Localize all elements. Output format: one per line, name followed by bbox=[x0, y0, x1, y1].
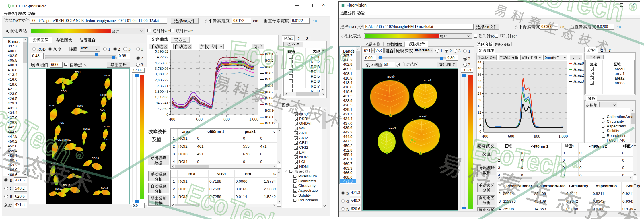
svg-text:ROI14: ROI14 bbox=[92, 157, 99, 160]
svg-text:ROI19: ROI19 bbox=[55, 187, 62, 190]
svg-text:4,253.58: 4,253.58 bbox=[155, 61, 169, 65]
svg-text:ROI10: ROI10 bbox=[83, 127, 90, 130]
svg-text:ROI4: ROI4 bbox=[100, 94, 106, 96]
svg-text:20: 20 bbox=[478, 98, 482, 102]
svg-text:5,198.82: 5,198.82 bbox=[155, 49, 168, 53]
svg-text:600: 600 bbox=[196, 117, 203, 121]
svg-text:ROI2: ROI2 bbox=[104, 74, 110, 77]
svg-text:945.241: 945.241 bbox=[156, 101, 168, 105]
svg-text:472.62: 472.62 bbox=[158, 106, 168, 111]
svg-text:ROI7: ROI7 bbox=[100, 108, 106, 111]
svg-text:44: 44 bbox=[478, 60, 482, 64]
svg-text:ROI3: ROI3 bbox=[61, 90, 67, 93]
svg-text:1,890.48: 1,890.48 bbox=[155, 89, 169, 94]
svg-text:2,835.72: 2,835.72 bbox=[155, 78, 168, 82]
svg-text:4: 4 bbox=[479, 123, 481, 127]
svg-text:ROI13: ROI13 bbox=[56, 138, 63, 141]
svg-text:28: 28 bbox=[478, 85, 482, 89]
svg-text:ROI18: ROI18 bbox=[101, 186, 108, 189]
svg-text:1,000: 1,000 bbox=[249, 117, 259, 121]
svg-text:ROI1: ROI1 bbox=[75, 71, 81, 74]
svg-text:12: 12 bbox=[478, 110, 482, 115]
svg-text:400: 400 bbox=[482, 134, 488, 139]
svg-text:ROI5: ROI5 bbox=[49, 104, 55, 107]
svg-text:ROI6: ROI6 bbox=[77, 104, 83, 107]
svg-text:4,726.2: 4,726.2 bbox=[157, 55, 169, 59]
svg-text:1,417.86: 1,417.86 bbox=[155, 95, 169, 99]
svg-text:16: 16 bbox=[478, 104, 482, 108]
svg-text:ROI12: ROI12 bbox=[64, 138, 71, 141]
svg-text:24: 24 bbox=[478, 91, 482, 96]
svg-text:8: 8 bbox=[479, 117, 481, 121]
svg-text:area2: area2 bbox=[419, 115, 427, 118]
svg-text:ROI16: ROI16 bbox=[72, 168, 79, 171]
svg-text:0: 0 bbox=[479, 129, 481, 133]
svg-text:32: 32 bbox=[478, 79, 482, 83]
svg-text:36: 36 bbox=[478, 72, 482, 77]
svg-text:600: 600 bbox=[508, 134, 514, 139]
svg-text:ROI15: ROI15 bbox=[51, 162, 58, 165]
svg-text:40: 40 bbox=[478, 66, 482, 70]
svg-text:800: 800 bbox=[223, 117, 230, 121]
svg-text:ROI9: ROI9 bbox=[104, 125, 110, 128]
svg-text:ROI8: ROI8 bbox=[59, 121, 64, 124]
svg-text:800: 800 bbox=[534, 134, 540, 139]
svg-text:1,000: 1,000 bbox=[559, 134, 568, 139]
svg-text:ROI11: ROI11 bbox=[103, 138, 110, 141]
svg-text:3,308.34: 3,308.34 bbox=[155, 72, 169, 76]
svg-text:area3: area3 bbox=[388, 127, 396, 130]
svg-text:3,780.96: 3,780.96 bbox=[155, 66, 169, 71]
svg-text:400: 400 bbox=[169, 117, 175, 121]
svg-text:2,363.1: 2,363.1 bbox=[157, 84, 169, 88]
svg-text:area0: area0 bbox=[387, 75, 395, 78]
svg-text:area1: area1 bbox=[424, 79, 431, 82]
svg-text:0: 0 bbox=[166, 112, 168, 117]
svg-text:ROI17: ROI17 bbox=[63, 184, 70, 187]
